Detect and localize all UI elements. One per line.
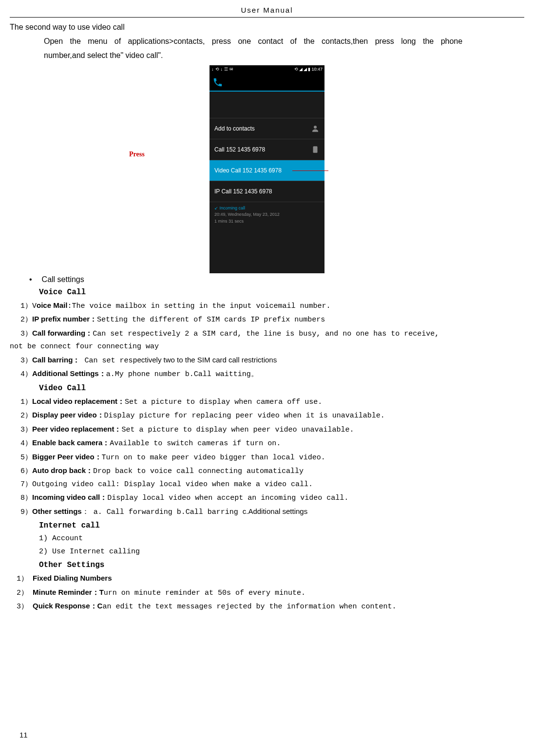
bullet-icon: • xyxy=(29,274,32,285)
status-icon: ↓ xyxy=(211,66,214,73)
voice-item-5: 4）Additional Settings：a.My phone number … xyxy=(10,368,524,380)
video-item-6: 6）Auto drop back：Drop back to voice call… xyxy=(10,465,524,477)
video-item-7: 7）Outgoing video call: Display local vid… xyxy=(10,479,524,491)
call-duration: 1 mins 31 secs xyxy=(214,218,320,225)
call-timestamp: 20:49, Wednesday, May 23, 2012 xyxy=(214,211,320,218)
menu-label: Video Call 152 1435 6978 xyxy=(214,166,282,175)
incoming-label: Incoming call xyxy=(220,206,246,210)
menu-call[interactable]: Call 152 1435 6978 xyxy=(210,139,324,160)
video-item-5: 5）Bigger Peer video：Turn on to make peer… xyxy=(10,452,524,464)
heading-other-settings: Other Settings xyxy=(10,559,524,571)
svg-point-0 xyxy=(314,126,317,129)
menu-label: IP Call 152 1435 6978 xyxy=(214,187,272,196)
phone-screenshot: ↓ ⟲ ↓ ☰ ✉ ⟲ ◢ ◢ ▮ 10:47 Add to contacts xyxy=(10,65,524,254)
status-bar: ↓ ⟲ ↓ ☰ ✉ ⟲ ◢ ◢ ▮ 10:47 xyxy=(210,65,324,74)
signal-icon: ◢ xyxy=(299,66,303,73)
add-contact-icon xyxy=(311,124,320,133)
section-title: The second way to use video call xyxy=(10,21,524,33)
menu-video-call[interactable]: Video Call 152 1435 6978 xyxy=(210,160,324,181)
internet-item-1: 1) Account xyxy=(10,533,524,545)
video-item-2: 2）Display peer video：Display picture for… xyxy=(10,410,524,422)
bullet-call-settings: • Call settings xyxy=(29,274,524,285)
heading-internet-call: Internet call xyxy=(10,520,524,531)
phone-toolbar xyxy=(210,74,324,92)
battery-icon: ▮ xyxy=(308,66,310,73)
voice-item-3: 3）Call forwarding：Can set respectively 2… xyxy=(10,328,524,340)
voice-item-4: 3）Call barring： Can set respectively two… xyxy=(10,355,524,367)
heading-voice-call: Voice Call xyxy=(10,286,524,298)
menu-label: Call 152 1435 6978 xyxy=(214,145,265,154)
call-log-entry: ↙ Incoming call 20:49, Wednesday, May 23… xyxy=(210,202,324,240)
other-item-1: 1） Fixed Dialing Numbers xyxy=(10,573,524,585)
press-annotation: Press xyxy=(129,149,145,159)
menu-ip-call[interactable]: IP Call 152 1435 6978 xyxy=(210,181,324,202)
sim-icon xyxy=(311,145,320,154)
body-paragraph-1: Open the menu of applications>contacts, … xyxy=(10,36,524,47)
page-header: User Manual xyxy=(10,5,524,18)
status-icon: ↓ xyxy=(221,66,223,73)
video-item-4: 4）Enable back camera：Available to switch… xyxy=(10,437,524,450)
sync-icon: ⟲ xyxy=(294,66,298,73)
voice-item-2: 2）IP prefix number：Setting the different… xyxy=(10,314,524,326)
signal-icon: ◢ xyxy=(304,66,307,73)
video-item-9: 9）Other settings： a. Call forwarding b.C… xyxy=(10,506,524,518)
check-icon: ↙ xyxy=(214,206,218,210)
annotation-line xyxy=(292,170,328,171)
other-item-3: 3） Quick Response：Can edit the text mess… xyxy=(10,601,524,613)
other-item-2: 2） Minute Reminder：Turn on minute remind… xyxy=(10,587,524,599)
heading-video-call: Video Call xyxy=(10,382,524,394)
video-item-3: 3）Peer video replacement：Set a picture t… xyxy=(10,424,524,436)
video-item-1: 1）Local video replacement：Set a picture … xyxy=(10,396,524,408)
internet-item-2: 2) Use Internet calling xyxy=(10,547,524,558)
body-paragraph-2: number,and select the" video call". xyxy=(10,50,524,61)
menu-label: Add to contacts xyxy=(214,124,255,133)
status-icon: ⟲ xyxy=(215,66,219,73)
phone-icon xyxy=(212,77,223,88)
voice-item-3-wrap: not be connect four connecting way xyxy=(10,341,524,353)
status-time: 10:47 xyxy=(311,66,323,73)
status-icon: ✉ xyxy=(229,66,233,73)
status-icon: ☰ xyxy=(224,66,228,73)
svg-rect-1 xyxy=(313,146,318,153)
voice-item-1: 1）Voice Mail:The voice mailbox in settin… xyxy=(10,300,524,312)
video-item-8: 8）Incoming video call：Display local vide… xyxy=(10,492,524,504)
page-number: 11 xyxy=(19,730,28,741)
bullet-label: Call settings xyxy=(42,274,84,285)
menu-add-contacts[interactable]: Add to contacts xyxy=(210,118,324,139)
